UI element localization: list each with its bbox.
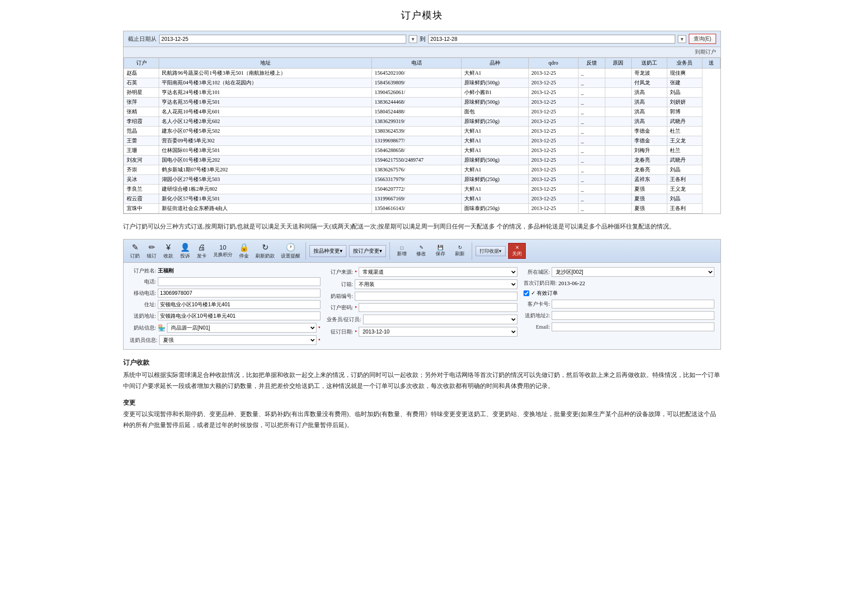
valid-order-checkbox[interactable] <box>524 290 529 296</box>
subscribe-date-select[interactable]: 2013-12-10 <box>359 327 517 337</box>
change-section-title: 变更 <box>123 399 721 407</box>
table-row[interactable]: 赵磊民航路96号蔬菜公司1号楼3单元501（南航旅社楼上）15645202100… <box>124 69 720 78</box>
source-select[interactable]: 常规渠道 <box>359 267 517 277</box>
customercode-required: • <box>355 304 357 311</box>
print-button[interactable]: 打印收据▾ <box>476 246 506 256</box>
change-order-button[interactable]: 按订户变更▾ <box>349 245 386 257</box>
form-row-station: 奶站信息: 🏪 尚品源一店[N01] • <box>130 323 320 333</box>
table-row[interactable]: 张萍亨达名苑35号楼1单元50113836244468/原味鲜奶(500g)20… <box>124 98 720 107</box>
table-cell <box>605 136 632 146</box>
first-order-value: 2013-06-22 <box>558 280 585 287</box>
description-1: 订户订奶可以分三种方式订送,按周期订奶,也就是可以满足天天送和间隔一天(或两天)… <box>123 221 721 232</box>
hold-button[interactable]: 🔒 停金 <box>236 241 252 261</box>
table-cell: 现佳爽 <box>667 69 702 78</box>
table-row[interactable]: 孙明星亨达名苑24号楼1单元10113904526061/小鲜小酱B12013-… <box>124 88 720 98</box>
table-cell: 杜兰 <box>667 127 702 136</box>
table-row[interactable]: 宜珠中新征街道社会众东桥路4由人13504616143/面味泰奶(250g)20… <box>124 204 720 214</box>
close-button[interactable]: ✕ 关闭 <box>508 243 526 259</box>
table-cell: 付凤龙 <box>632 78 667 88</box>
edit-button[interactable]: ✎ 修改 <box>412 243 430 258</box>
orders-table: 订户 地址 电话 品种 qdro 反馈 原因 送奶工 业务员 送 赵磊民航路96… <box>124 58 720 214</box>
table-row[interactable]: 王珊仕林国际01号楼3单元50115846288658/大鲜A12013-12-… <box>124 146 720 156</box>
table-cell: 平阳南苑04号楼3单元102（站在花园内） <box>159 78 372 88</box>
invoice-label: 发卡 <box>197 253 207 259</box>
email-input[interactable] <box>552 322 714 331</box>
delivery-input[interactable] <box>158 312 320 320</box>
table-cell: 13803624539/ <box>372 127 462 136</box>
table-cell: _ <box>578 194 605 204</box>
salesperson-select[interactable] <box>363 315 517 324</box>
customer-card-input[interactable] <box>552 300 714 308</box>
print-label: 打印收据▾ <box>480 248 502 254</box>
table-row[interactable]: 石英平阳南苑04号楼3单元102（站在花园内）15845639809/原味鲜奶(… <box>124 78 720 88</box>
change-variety-button[interactable]: 按品种变更▾ <box>309 245 346 257</box>
invoice-button[interactable]: 🖨 发卡 <box>194 242 210 261</box>
name-label: 订户姓名: <box>130 267 156 275</box>
table-row[interactable]: 吴冰湖园小区27号楼5单元50315663317979/原味鲜奶(250g)20… <box>124 175 720 185</box>
query-button[interactable]: 查询(E) <box>689 34 716 44</box>
refresh-label: 刷新 <box>455 250 465 257</box>
delivery-person-select[interactable]: 夏强 <box>159 335 316 345</box>
table-row[interactable]: 李绍霞名人小区12号楼2单元60213836299319/原味鲜奶(250g)2… <box>124 117 720 127</box>
table-row[interactable]: 刘友河国电小区01号楼3单元20215946217550/2489747原味鲜奶… <box>124 156 720 165</box>
invest-button[interactable]: 👤 投诉 <box>177 241 193 261</box>
address-input[interactable] <box>158 300 320 309</box>
invest-label: 投诉 <box>180 253 190 259</box>
table-cell: 大鲜A1 <box>462 127 529 136</box>
edit-label: 修改 <box>416 250 426 257</box>
phone-input[interactable] <box>158 277 320 286</box>
table-cell: 齐崇 <box>124 165 159 175</box>
table-cell: 洪高 <box>632 98 667 107</box>
table-cell: 夏强 <box>632 204 667 214</box>
table-cell: 15846288658/ <box>372 146 462 156</box>
settings-icon: 🕐 <box>286 243 295 252</box>
table-cell: 刘晶 <box>667 165 702 175</box>
customercode-input[interactable] <box>359 303 517 312</box>
save-button[interactable]: 💾 保存 <box>431 243 450 258</box>
table-row[interactable]: 程云霞新化小区57号楼1单元50113199667169/大鲜A12013-12… <box>124 194 720 204</box>
delivery-addr2-input[interactable] <box>552 311 714 320</box>
collect-button[interactable]: ¥ 收款 <box>160 242 176 261</box>
table-row[interactable]: 张精名人花苑10号楼4单元60115804524488/面包2013-12-25… <box>124 107 720 117</box>
table-cell: 小鲜小酱B1 <box>462 88 529 98</box>
refresh-milk-button[interactable]: ↻ 刷新奶款 <box>253 241 277 261</box>
save-icon: 💾 <box>437 245 444 250</box>
table-row[interactable]: 齐崇鹤乡新城1期07号楼3单元20213836267576/大鲜A12013-1… <box>124 165 720 175</box>
exchange-button[interactable]: 10 兑换积分 <box>211 243 235 259</box>
box-label: 订箱: <box>327 281 353 288</box>
refresh-button[interactable]: ↻ 刷新 <box>451 243 469 258</box>
table-cell: 原味鲜奶(250g) <box>462 117 529 127</box>
resubscribe-button[interactable]: ✏ 续订 <box>144 241 160 261</box>
table-row[interactable]: 范晶建东小区07号楼5单元50213803624539/大鲜A12013-12-… <box>124 127 720 136</box>
milkcode-input[interactable] <box>355 292 517 301</box>
table-row[interactable]: 王蕾营百委09号楼5单元30213199698677/大鲜A12013-12-2… <box>124 136 720 146</box>
filter-to-dropdown[interactable]: ▼ <box>678 35 686 43</box>
col-header-extra: 送 <box>702 58 720 69</box>
station-label: 奶站信息: <box>130 324 156 332</box>
mobile-label: 移动电话: <box>130 290 156 297</box>
col-header-variety: 品种 <box>462 58 529 69</box>
table-cell <box>605 156 632 165</box>
table-cell: 面味泰奶(250g) <box>462 204 529 214</box>
table-cell: 孟祥东 <box>632 175 667 185</box>
table-cell: 亨达名苑24号楼1单元101 <box>159 88 372 98</box>
filter-bar: 截止日期从 ▼ 到 ▼ 查询(E) <box>124 31 720 47</box>
settings-button[interactable]: 🕐 设置提醒 <box>278 241 303 261</box>
table-cell: 15845639809/ <box>372 78 462 88</box>
mobile-input[interactable] <box>158 289 320 297</box>
table-cell: 2013-12-25 <box>528 156 578 165</box>
salesperson-label: 业务员/征订员: <box>327 316 361 323</box>
new-button[interactable]: □ 新增 <box>393 244 411 258</box>
filter-from-date[interactable] <box>159 35 406 43</box>
city-select[interactable]: 龙沙区[002] <box>552 267 714 277</box>
table-cell: 洪高 <box>632 88 667 98</box>
filter-to-date[interactable] <box>428 35 675 43</box>
table-cell: 13836299319/ <box>372 117 462 127</box>
box-select[interactable]: 不用装 <box>355 279 517 289</box>
table-cell: 武晓丹 <box>667 156 702 165</box>
filter-from-dropdown[interactable]: ▼ <box>409 35 417 43</box>
subscribe-button[interactable]: ✎ 订奶 <box>127 241 143 261</box>
table-cell: 2013-12-25 <box>528 78 578 88</box>
station-select[interactable]: 尚品源一店[N01] <box>167 323 316 333</box>
table-row[interactable]: 李良兰建研综合楼1栋2单元80215046207772/大鲜A12013-12-… <box>124 185 720 194</box>
